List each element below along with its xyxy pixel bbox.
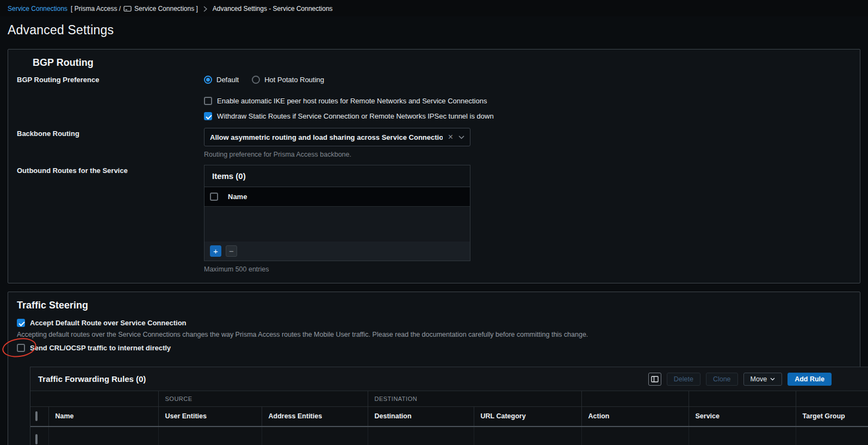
group-header-destination: DESTINATION [368, 391, 581, 406]
bgp-routing-preference-label: BGP Routing Preference [17, 74, 204, 121]
items-count-title: Items (0) [204, 165, 470, 187]
move-button-label: Move [751, 375, 767, 383]
clone-button[interactable]: Clone [706, 373, 738, 386]
backbone-routing-label: Backbone Routing [17, 128, 204, 158]
checkbox-withdraw-static-routes[interactable]: Withdraw Static Routes if Service Connec… [204, 111, 851, 121]
column-header-target-group: Target Group [796, 406, 868, 427]
column-header-address-entities: Address Entities [262, 406, 368, 427]
radio-default[interactable]: Default [204, 76, 239, 84]
radio-default-label: Default [216, 76, 239, 84]
group-header-source: SOURCE [158, 391, 368, 406]
checkbox-crl-label: Send CRL/OCSP traffic to internet direct… [30, 344, 171, 352]
checkbox-unchecked-icon [17, 344, 25, 352]
column-header-action: Action [581, 406, 689, 427]
outbound-routes-table: Items (0) Name + − [204, 165, 470, 261]
radio-hot-potato-label: Hot Potato Routing [264, 76, 324, 84]
add-rule-button[interactable]: Add Rule [788, 373, 832, 386]
max-entries-help: Maximum 500 entries [204, 265, 851, 273]
clear-icon[interactable]: × [448, 133, 453, 141]
service-connections-icon [123, 5, 132, 12]
traffic-forwarding-rules-title: Traffic Forwarding Rules (0) [38, 374, 648, 384]
page-title: Advanced Settings [8, 23, 860, 38]
outbound-routes-label: Outbound Routes for the Service [17, 165, 204, 273]
breadcrumb-bracket-prefix: [ Prisma Access / [71, 5, 121, 13]
group-header-empty [30, 391, 158, 406]
delete-button[interactable]: Delete [667, 373, 700, 386]
bgp-routing-title: BGP Routing [33, 57, 851, 69]
checkbox-accept-label: Accept Default Route over Service Connec… [30, 319, 187, 327]
row-checkbox[interactable] [35, 434, 38, 444]
columns-settings-button[interactable] [648, 373, 661, 386]
traffic-steering-title: Traffic Steering [17, 300, 851, 311]
radio-hot-potato-routing[interactable]: Hot Potato Routing [252, 76, 324, 84]
backbone-routing-value: Allow asymmetric routing and load sharin… [210, 133, 443, 141]
backbone-routing-help: Routing preference for Prisma Access bac… [204, 151, 851, 158]
column-header-user-entities: User Entities [158, 406, 262, 427]
radio-selected-icon [204, 76, 212, 84]
traffic-forwarding-rules-panel: Traffic Forwarding Rules (0) Delete Clon… [30, 367, 868, 445]
radio-unselected-icon [252, 76, 260, 84]
breadcrumb-context: [ Prisma Access / Service Connections ] [71, 5, 198, 13]
column-header-destination: Destination [368, 406, 474, 427]
backbone-routing-select[interactable]: Allow asymmetric routing and load sharin… [204, 128, 470, 146]
column-header-url-category: URL Category [474, 406, 581, 427]
breadcrumb-bracket-item: Service Connections ] [134, 5, 198, 13]
bgp-routing-card: BGP Routing BGP Routing Preference Defau… [8, 49, 860, 283]
chevron-down-icon [770, 378, 775, 381]
group-header-empty [581, 391, 689, 406]
checkbox-ike-peer-host-routes[interactable]: Enable automatic IKE peer host routes fo… [204, 96, 851, 106]
table-row [30, 427, 868, 445]
checkbox-withdraw-label: Withdraw Static Routes if Service Connec… [217, 112, 494, 120]
checkbox-unchecked-icon [204, 97, 212, 105]
checkbox-checked-icon [204, 112, 212, 120]
accept-default-route-note: Accepting default routes over the Servic… [17, 331, 851, 338]
items-empty-body [204, 207, 470, 242]
add-item-button[interactable]: + [210, 245, 221, 257]
bgp-preference-radio-group: Default Hot Potato Routing [204, 74, 851, 85]
columns-icon [651, 376, 659, 382]
group-header-empty [796, 391, 868, 406]
traffic-forwarding-rules-table: SOURCE DESTINATION Name User Entities Ad… [30, 391, 868, 445]
items-name-column-header: Name [228, 193, 247, 201]
select-all-checkbox[interactable] [210, 193, 218, 201]
checkbox-accept-default-route[interactable]: Accept Default Route over Service Connec… [17, 318, 851, 328]
column-header-name: Name [48, 406, 158, 427]
move-button[interactable]: Move [743, 373, 783, 386]
breadcrumb: Service Connections [ Prisma Access / Se… [0, 0, 868, 16]
group-header-empty [689, 391, 796, 406]
breadcrumb-current: Advanced Settings - Service Connections [213, 5, 333, 13]
breadcrumb-link-service-connections[interactable]: Service Connections [8, 5, 67, 13]
checkbox-ike-label: Enable automatic IKE peer host routes fo… [217, 97, 487, 105]
select-all-rules-checkbox[interactable] [35, 411, 38, 421]
chevron-right-icon [203, 6, 207, 12]
column-header-service: Service [689, 406, 796, 427]
remove-item-button[interactable]: − [226, 245, 237, 257]
traffic-steering-card: Traffic Steering Accept Default Route ov… [8, 292, 860, 445]
checkbox-send-crl-ocsp[interactable]: Send CRL/OCSP traffic to internet direct… [17, 343, 171, 353]
checkbox-checked-icon [17, 319, 25, 327]
chevron-down-icon[interactable] [458, 135, 464, 139]
